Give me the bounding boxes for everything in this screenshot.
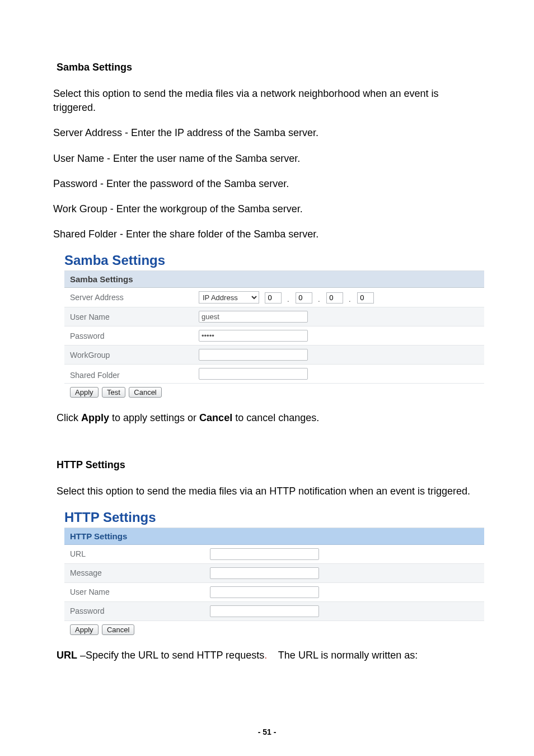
samba-user-name-row: User Name	[64, 307, 484, 326]
samba-intro-paragraph: Select this option to send the media fil…	[53, 87, 481, 115]
http-user-name-label: User Name	[64, 582, 204, 601]
samba-server-address-desc: Server Address - Enter the IP address of…	[53, 126, 481, 140]
http-cancel-button[interactable]: Cancel	[102, 624, 134, 635]
url-desc-text-1: –Specify the URL to send HTTP requests	[77, 650, 264, 661]
samba-panel-header: Samba Settings	[64, 271, 484, 288]
samba-apply-button[interactable]: Apply	[70, 387, 99, 398]
http-panel-title: HTTP Settings	[64, 510, 481, 525]
ip-octet-3-input[interactable]	[326, 292, 343, 304]
samba-user-name-desc: User Name - Enter the user name of the S…	[53, 152, 481, 166]
dot-icon: .	[287, 295, 290, 304]
http-message-row: Message	[64, 563, 484, 582]
http-password-row: Password	[64, 601, 484, 620]
samba-password-desc: Password - Enter the password of the Sam…	[53, 177, 481, 191]
spacer	[53, 437, 481, 459]
http-message-label: Message	[64, 563, 204, 582]
samba-settings-heading: Samba Settings	[57, 62, 481, 73]
apply-cancel-mid: to apply settings or	[109, 412, 199, 423]
apply-cancel-pre: Click	[57, 412, 81, 423]
http-password-input[interactable]	[210, 605, 319, 617]
page-number-footer: - 51 -	[0, 727, 534, 736]
samba-password-input[interactable]	[199, 330, 308, 342]
samba-server-address-row: Server Address IP Address . . .	[64, 288, 484, 307]
ip-octet-2-input[interactable]	[296, 292, 312, 304]
samba-button-row: Apply Test Cancel	[64, 384, 484, 403]
http-message-input[interactable]	[210, 567, 319, 579]
samba-test-button[interactable]: Test	[102, 387, 125, 398]
document-page: Samba Settings Select this option to sen…	[0, 0, 534, 756]
http-user-name-row: User Name	[64, 582, 484, 601]
ip-octet-4-input[interactable]	[357, 292, 374, 304]
samba-user-name-input[interactable]	[199, 311, 308, 323]
apply-cancel-note: Click Apply to apply settings or Cancel …	[57, 411, 481, 425]
samba-workgroup-label: WorkGroup	[64, 346, 193, 365]
server-address-type-select[interactable]: IP Address	[199, 291, 259, 304]
http-password-label: Password	[64, 601, 204, 620]
http-url-label: URL	[64, 544, 204, 563]
samba-shared-folder-input[interactable]	[199, 368, 308, 380]
samba-workgroup-row: WorkGroup	[64, 346, 484, 365]
url-desc-text-2: The URL is normally written as:	[267, 650, 418, 661]
samba-shared-folder-row: Shared Folder	[64, 365, 484, 384]
http-apply-button[interactable]: Apply	[70, 624, 99, 635]
samba-shared-folder-desc: Shared Folder - Enter the share folder o…	[53, 227, 481, 241]
http-intro-paragraph: Select this option to send the media fil…	[57, 484, 481, 498]
samba-workgroup-input[interactable]	[199, 349, 308, 361]
apply-cancel-post: to cancel changes.	[232, 412, 319, 423]
apply-bold-text: Apply	[81, 412, 109, 423]
url-desc-bold: URL	[57, 650, 77, 661]
http-panel-header: HTTP Settings	[64, 528, 484, 544]
samba-password-row: Password	[64, 326, 484, 346]
http-button-row: Apply Cancel	[64, 620, 484, 640]
http-user-name-input[interactable]	[210, 586, 319, 598]
ip-octet-1-input[interactable]	[265, 292, 282, 304]
samba-password-label: Password	[64, 326, 193, 346]
http-url-input[interactable]	[210, 548, 319, 560]
samba-server-address-label: Server Address	[64, 288, 193, 307]
samba-shared-folder-label: Shared Folder	[64, 365, 193, 384]
samba-panel-title: Samba Settings	[64, 253, 481, 268]
dot-icon: .	[348, 295, 352, 304]
cancel-bold-text: Cancel	[199, 412, 232, 423]
url-description-paragraph: URL –Specify the URL to send HTTP reques…	[57, 648, 481, 662]
samba-workgroup-desc: Work Group - Enter the workgroup of the …	[53, 202, 481, 216]
samba-settings-panel: Samba Settings Server Address IP Address…	[64, 270, 484, 402]
dot-icon: .	[317, 295, 321, 304]
samba-user-name-label: User Name	[64, 307, 193, 326]
http-settings-heading: HTTP Settings	[57, 459, 481, 471]
http-settings-panel: HTTP Settings URL Message User Name Pass…	[64, 528, 484, 640]
samba-cancel-button[interactable]: Cancel	[129, 387, 161, 398]
http-url-row: URL	[64, 544, 484, 563]
